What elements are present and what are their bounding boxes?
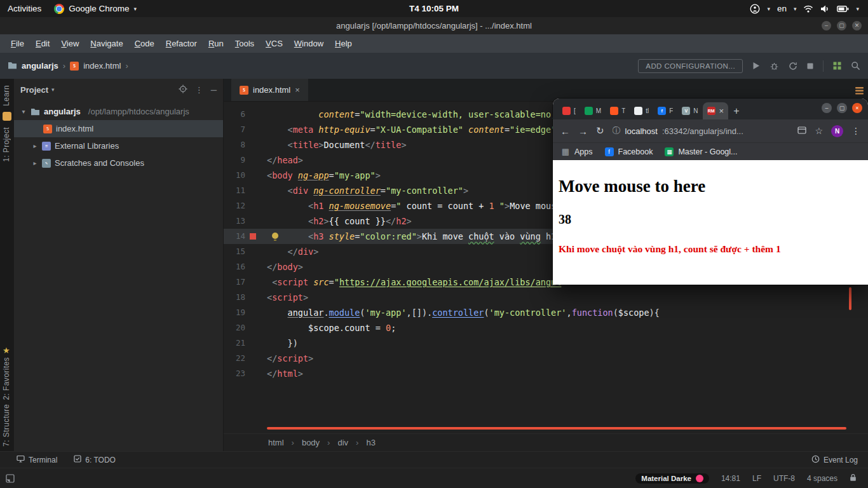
gutter[interactable]: 19 (224, 305, 264, 320)
chrome-active-tab[interactable]: RM× (703, 102, 729, 119)
caret-position[interactable]: 14:81 (721, 474, 740, 483)
learn-plugin-icon[interactable] (3, 112, 11, 121)
menu-file[interactable]: File (5, 39, 30, 48)
breadcrumb-html[interactable]: html (268, 438, 284, 447)
menu-run[interactable]: Run (203, 39, 229, 48)
bookmark-facebook[interactable]: fFacebook (605, 147, 653, 156)
tool-button-todo[interactable]: 6: TODO (74, 455, 116, 464)
gutter[interactable]: 17 (224, 274, 264, 290)
breakpoint-icon[interactable] (250, 233, 256, 240)
locate-file-icon[interactable] (179, 85, 187, 95)
breadcrumb-div[interactable]: div (337, 438, 348, 447)
gutter[interactable]: 23 (224, 366, 264, 381)
close-icon[interactable]: ✕ (852, 21, 862, 30)
code-line-22[interactable]: 22</script> (224, 351, 868, 366)
extension-icon[interactable] (797, 126, 806, 136)
reload-icon[interactable]: ↻ (596, 125, 604, 137)
chrome-tab[interactable]: fF (653, 102, 677, 119)
language-indicator[interactable]: en (777, 4, 787, 13)
gutter[interactable]: 22 (224, 351, 264, 366)
code-line-21[interactable]: 21 }) (224, 336, 868, 351)
stop-icon[interactable] (807, 63, 813, 69)
code-line-20[interactable]: 20 $scope.count = 0; (224, 320, 868, 336)
menu-view[interactable]: View (55, 39, 85, 48)
gutter[interactable]: 18 (224, 290, 264, 305)
chrome-tab[interactable]: tl (630, 102, 653, 119)
tab-close-icon[interactable]: × (295, 85, 300, 95)
chevron-expanded-icon[interactable]: ▾ (20, 108, 27, 115)
volume-icon[interactable] (820, 4, 830, 13)
gutter[interactable]: 12 (224, 198, 264, 214)
chrome-tab[interactable]: [ (558, 102, 580, 119)
gutter[interactable]: 14 (224, 229, 264, 244)
tree-item-index-html[interactable]: 5 index.html (14, 120, 223, 137)
tool-button-project[interactable]: 1: Project (2, 127, 11, 162)
menu-code[interactable]: Code (129, 39, 160, 48)
chevron-down-icon[interactable]: ▾ (51, 86, 55, 93)
page-heading[interactable]: Move mouse to here (559, 177, 862, 196)
tool-button-event-log[interactable]: Event Log (811, 455, 868, 465)
material-grid-icon[interactable] (833, 62, 841, 70)
coverage-refresh-icon[interactable] (789, 62, 797, 71)
minimize-icon[interactable]: – (822, 103, 832, 113)
profile-avatar[interactable]: N (831, 125, 843, 137)
battery-icon[interactable] (837, 5, 849, 13)
gutter[interactable]: 10 (224, 168, 264, 183)
lock-icon[interactable] (850, 473, 857, 484)
intention-bulb-icon[interactable] (272, 233, 278, 239)
run-icon[interactable] (752, 62, 760, 70)
chrome-tab[interactable]: M (580, 102, 606, 119)
gutter[interactable]: 16 (224, 259, 264, 274)
chevron-collapsed-icon[interactable]: ▸ (32, 142, 38, 149)
debug-bug-icon[interactable] (770, 62, 779, 71)
breadcrumb-h3[interactable]: h3 (366, 438, 375, 447)
bookmark-master-googl-[interactable]: ▦Master - Googl... (665, 147, 737, 156)
tree-root-angularjs[interactable]: ▾ angularjs /opt/lampp/htdocs/angularjs (14, 103, 223, 120)
breadcrumb-project[interactable]: angularjs (22, 61, 58, 71)
menu-help[interactable]: Help (329, 39, 358, 48)
theme-switcher[interactable]: Material Darke (635, 473, 709, 484)
bookmark-apps[interactable]: ▦Apps (561, 147, 593, 156)
gutter[interactable]: 21 (224, 336, 264, 351)
add-configuration-button[interactable]: ADD CONFIGURATION... (638, 59, 743, 73)
chevron-collapsed-icon[interactable]: ▸ (32, 159, 38, 166)
editor-options-icon[interactable] (855, 86, 864, 97)
gutter[interactable]: 20 (224, 320, 264, 336)
hide-panel-icon[interactable]: ─ (211, 85, 217, 95)
gutter[interactable]: 6 (224, 107, 264, 122)
tree-item-scratches[interactable]: ▸ ✎ Scratches and Consoles (14, 154, 223, 172)
tool-button-terminal[interactable]: Terminal (17, 455, 57, 464)
activities-button[interactable]: Activities (8, 4, 41, 13)
clock[interactable]: T4 10:05 PM (409, 4, 459, 13)
horizontal-scrollbar[interactable] (267, 427, 846, 430)
editor-tab-index-html[interactable]: 5 index.html × (231, 79, 308, 101)
new-tab-button[interactable]: + (733, 105, 739, 117)
gutter[interactable]: 9 (224, 152, 264, 168)
minimize-icon[interactable]: – (822, 21, 831, 30)
menu-edit[interactable]: Edit (30, 39, 55, 48)
gutter[interactable]: 8 (224, 137, 264, 152)
tool-button-favorites[interactable]: 2: Favorites (2, 357, 11, 400)
page-info-icon[interactable]: ⓘ (613, 125, 621, 137)
code-line-18[interactable]: 18<script> (224, 290, 868, 305)
bookmark-star-icon[interactable]: ☆ (815, 126, 823, 136)
options-kebab-icon[interactable]: ⋮ (195, 85, 203, 95)
address-bar[interactable]: ⓘ localhost:63342/angularjs/ind... (613, 125, 790, 137)
ide-title-bar[interactable]: angularjs [/opt/lampp/htdocs/angularjs] … (0, 17, 868, 34)
menu-window[interactable]: Window (288, 39, 329, 48)
chrome-tab[interactable]: T (606, 102, 630, 119)
gutter[interactable]: 11 (224, 183, 264, 198)
wifi-icon[interactable] (803, 4, 813, 13)
menu-refactor[interactable]: Refactor (160, 39, 203, 48)
gutter[interactable]: 13 (224, 214, 264, 229)
menu-tools[interactable]: Tools (229, 39, 260, 48)
back-icon[interactable]: ← (560, 126, 570, 137)
close-icon[interactable]: × (852, 103, 862, 113)
code-line-23[interactable]: 23</html> (224, 366, 868, 381)
accessibility-icon[interactable] (750, 4, 760, 14)
breadcrumb-body[interactable]: body (302, 438, 320, 447)
gutter[interactable]: 15 (224, 244, 264, 259)
maximize-icon[interactable]: ▢ (837, 103, 847, 113)
search-icon[interactable] (851, 61, 860, 71)
indent-setting[interactable]: 4 spaces (807, 474, 837, 483)
